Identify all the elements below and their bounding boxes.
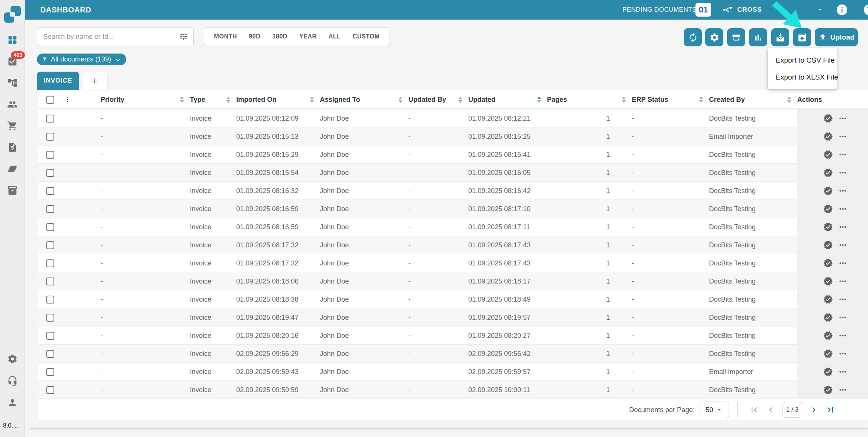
more-actions-icon[interactable]: [838, 186, 848, 196]
row-checkbox[interactable]: [46, 151, 54, 159]
export-menu-item-xlsx[interactable]: Export to XLSX File: [768, 69, 837, 86]
sort-arrows-assigned_to[interactable]: [399, 97, 402, 103]
sidebar-item-integrations[interactable]: [7, 164, 18, 174]
verified-badge-icon[interactable]: [823, 276, 833, 286]
row-checkbox[interactable]: [46, 278, 54, 285]
verified-badge-icon[interactable]: [823, 258, 833, 268]
table-row[interactable]: -Invoice01.09.2025 08:16:59John Doe-01.0…: [38, 200, 868, 218]
search-input[interactable]: [43, 32, 179, 41]
column-header-updated[interactable]: Updated: [468, 90, 547, 109]
sort-arrows-created_by[interactable]: [787, 97, 791, 103]
verified-badge-icon[interactable]: [823, 367, 833, 377]
row-checkbox[interactable]: [46, 241, 54, 249]
table-row[interactable]: -Invoice02.09.2025 09:59:59John Doe-02.0…: [38, 381, 868, 399]
table-row[interactable]: -Invoice02.09.2025 09:56:29John Doe-02.0…: [38, 345, 868, 363]
table-row[interactable]: -Invoice01.09.2025 08:18:06John Doe-01.0…: [38, 272, 868, 290]
verified-badge-icon[interactable]: [823, 294, 833, 304]
table-row[interactable]: -Invoice01.09.2025 08:17:32John Doe-01.0…: [38, 254, 868, 272]
verified-badge-icon[interactable]: [823, 132, 833, 141]
row-checkbox[interactable]: [46, 169, 54, 177]
upload-button[interactable]: Upload: [815, 28, 858, 46]
table-row[interactable]: -Invoice01.09.2025 08:15:54John Doe-01.0…: [38, 164, 868, 182]
row-checkbox[interactable]: [46, 296, 54, 304]
row-checkbox[interactable]: [46, 368, 54, 376]
verified-badge-icon[interactable]: [823, 385, 833, 395]
range-button-90d[interactable]: 90D: [248, 32, 261, 41]
more-actions-icon[interactable]: [838, 294, 848, 304]
more-actions-icon[interactable]: [838, 349, 848, 359]
verified-badge-icon[interactable]: [823, 313, 833, 322]
brand-cross[interactable]: CROSS: [723, 5, 762, 15]
more-actions-icon[interactable]: [838, 276, 848, 286]
sort-arrows-updated_by[interactable]: [458, 97, 462, 103]
range-button-year[interactable]: YEAR: [298, 32, 317, 41]
sidebar-item-dashboard[interactable]: [7, 35, 18, 45]
column-header-priority[interactable]: Priority: [101, 90, 190, 109]
column-header-erp_status[interactable]: ERP Status: [632, 90, 709, 109]
verified-badge-icon[interactable]: [823, 240, 833, 250]
filter-tune-icon[interactable]: [179, 32, 188, 41]
verified-badge-icon[interactable]: [823, 168, 833, 178]
topbar-dropdown-caret-icon[interactable]: [816, 7, 824, 13]
range-button-180d[interactable]: 180D: [272, 32, 288, 41]
range-button-custom[interactable]: CUSTOM: [352, 32, 381, 41]
row-checkbox[interactable]: [46, 223, 54, 231]
sidebar-item-users[interactable]: [7, 99, 18, 110]
verified-badge-icon[interactable]: [823, 150, 833, 159]
export-menu-item-csv[interactable]: Export to CSV File: [768, 52, 837, 69]
info-icon[interactable]: [836, 3, 848, 16]
table-row[interactable]: -Invoice01.09.2025 08:12:09John Doe-01.0…: [38, 109, 868, 127]
verified-badge-icon[interactable]: [823, 349, 833, 359]
sidebar-item-validation[interactable]: 403: [7, 56, 18, 67]
sort-arrows-pages[interactable]: [622, 97, 626, 103]
column-header-created_by[interactable]: Created By: [709, 90, 797, 109]
table-row[interactable]: -Invoice01.09.2025 08:17:32John Doe-01.0…: [38, 236, 868, 254]
more-actions-icon[interactable]: [838, 222, 848, 232]
verified-badge-icon[interactable]: [823, 204, 833, 214]
more-actions-icon[interactable]: [838, 313, 848, 322]
row-checkbox[interactable]: [46, 350, 54, 358]
verified-badge-icon[interactable]: [823, 222, 833, 232]
select-all-checkbox[interactable]: [46, 96, 54, 104]
refresh-button[interactable]: [684, 28, 702, 46]
more-actions-icon[interactable]: [838, 331, 848, 340]
sidebar-item-profile[interactable]: [0, 397, 25, 408]
documents-filter-chip[interactable]: All documents (139): [37, 54, 126, 65]
add-tab-button[interactable]: +: [82, 72, 107, 90]
horizontal-scrollbar[interactable]: [29, 428, 868, 429]
column-header-assigned_to[interactable]: Assigned To: [320, 90, 408, 109]
column-header-pages[interactable]: Pages: [547, 90, 632, 109]
more-actions-icon[interactable]: [838, 132, 848, 141]
kebab-menu-icon[interactable]: [63, 95, 72, 104]
more-actions-icon[interactable]: [838, 240, 848, 250]
sidebar-item-workflow[interactable]: [7, 78, 18, 88]
row-checkbox[interactable]: [46, 332, 54, 340]
prev-page-button[interactable]: [765, 404, 776, 416]
range-button-all[interactable]: ALL: [328, 32, 342, 41]
more-actions-icon[interactable]: [838, 385, 848, 395]
more-actions-icon[interactable]: [838, 113, 848, 123]
table-row[interactable]: -Invoice02.09.2025 09:59:43John Doe-02.0…: [38, 363, 868, 381]
sort-arrows-updated[interactable]: [537, 97, 541, 103]
sidebar-item-invoices[interactable]: [7, 142, 18, 153]
range-button-month[interactable]: MONTH: [213, 32, 238, 41]
row-checkbox[interactable]: [46, 205, 54, 213]
more-actions-icon[interactable]: [838, 367, 848, 377]
next-page-button[interactable]: [808, 404, 819, 416]
scanner-button[interactable]: [727, 28, 745, 46]
analytics-button[interactable]: [749, 28, 767, 46]
row-checkbox[interactable]: [46, 187, 54, 195]
sort-arrows-imported_on[interactable]: [310, 97, 314, 103]
verified-badge-icon[interactable]: [823, 331, 833, 340]
row-checkbox[interactable]: [46, 386, 54, 394]
more-actions-icon[interactable]: [838, 168, 848, 178]
sort-arrows-erp_status[interactable]: [699, 97, 703, 103]
verified-badge-icon[interactable]: [823, 186, 833, 196]
table-row[interactable]: -Invoice01.09.2025 08:15:29John Doe-01.0…: [38, 146, 868, 164]
sort-arrows-type[interactable]: [226, 97, 230, 103]
per-page-select[interactable]: 50: [700, 402, 729, 418]
app-logo-icon[interactable]: [4, 6, 21, 23]
first-page-button[interactable]: [749, 404, 760, 416]
last-page-button[interactable]: [825, 404, 836, 416]
sidebar-item-settings[interactable]: [0, 354, 25, 364]
